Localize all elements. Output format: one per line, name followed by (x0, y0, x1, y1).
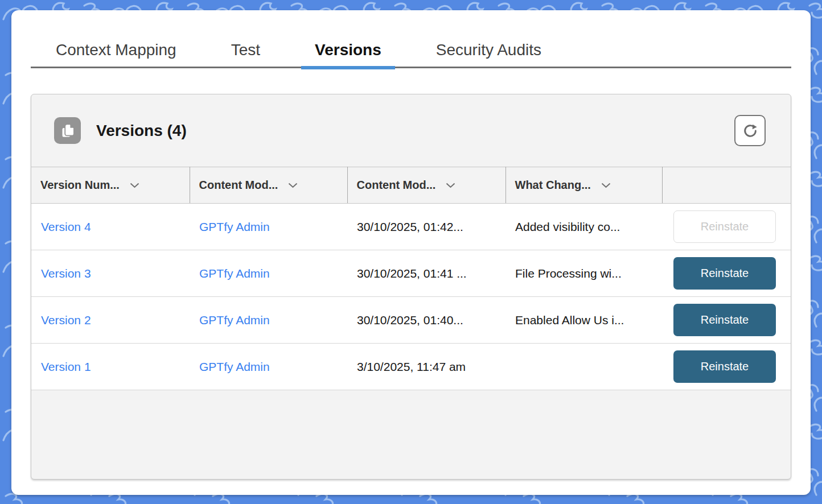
modified-by-link[interactable]: GPTfy Admin (199, 267, 270, 280)
modified-date-cell: 3/10/2025, 11:47 am (347, 344, 505, 390)
chevron-down-icon[interactable] (446, 183, 455, 188)
document-copy-icon (54, 117, 81, 144)
what-changed-cell: File Processing wi... (505, 250, 662, 297)
versions-panel: Versions (4) Version Num... (31, 94, 791, 480)
table-row: Version 2 GPTfy Admin 30/10/2025, 01:40.… (31, 297, 791, 344)
refresh-button[interactable] (734, 115, 766, 146)
reinstate-button[interactable]: Reinstate (673, 350, 776, 383)
refresh-icon (742, 123, 758, 139)
modified-date-cell: 30/10/2025, 01:40... (347, 297, 505, 344)
reinstate-button[interactable]: Reinstate (673, 210, 776, 243)
version-link[interactable]: Version 4 (41, 220, 91, 233)
table-header-row: Version Num... Content Mod... Content Mo… (31, 167, 791, 204)
modified-by-link[interactable]: GPTfy Admin (199, 360, 270, 373)
tab-bar: Context Mapping Test Versions Security A… (31, 33, 791, 68)
table-row: Version 1 GPTfy Admin 3/10/2025, 11:47 a… (31, 344, 791, 390)
tab-context-mapping[interactable]: Context Mapping (42, 32, 190, 68)
column-header-content-modified-by[interactable]: Content Mod... (190, 167, 347, 204)
modified-by-link[interactable]: GPTfy Admin (199, 313, 270, 327)
version-link[interactable]: Version 2 (41, 313, 91, 327)
chevron-down-icon[interactable] (130, 183, 139, 188)
panel-title: Versions (4) (96, 122, 187, 140)
what-changed-cell: Added visibility co... (505, 204, 662, 250)
version-link[interactable]: Version 1 (41, 360, 91, 373)
table-row: Version 4 GPTfy Admin 30/10/2025, 01:42.… (31, 204, 791, 250)
tab-security-audits[interactable]: Security Audits (422, 32, 555, 68)
tab-test[interactable]: Test (217, 32, 274, 68)
chevron-down-icon[interactable] (601, 183, 611, 188)
table-row: Version 3 GPTfy Admin 30/10/2025, 01:41 … (31, 250, 791, 297)
what-changed-cell: Enabled Allow Us i... (505, 297, 662, 344)
chevron-down-icon[interactable] (288, 183, 298, 188)
column-label: What Chang... (515, 179, 591, 192)
modified-by-link[interactable]: GPTfy Admin (199, 220, 270, 233)
modified-date-cell: 30/10/2025, 01:42... (347, 204, 505, 250)
version-link[interactable]: Version 3 (41, 267, 91, 280)
modified-date-cell: 30/10/2025, 01:41 ... (347, 250, 505, 297)
versions-table: Version Num... Content Mod... Content Mo… (31, 167, 791, 390)
column-header-content-modified-date[interactable]: Content Mod... (347, 167, 505, 204)
column-label: Content Mod... (199, 179, 278, 192)
reinstate-button[interactable]: Reinstate (673, 304, 776, 336)
column-label: Content Mod... (357, 179, 436, 192)
column-header-version-number[interactable]: Version Num... (31, 167, 190, 204)
column-header-what-changed[interactable]: What Chang... (505, 167, 662, 204)
reinstate-button[interactable]: Reinstate (673, 257, 776, 290)
column-header-actions (662, 167, 791, 204)
versions-panel-header: Versions (4) (31, 94, 791, 167)
what-changed-cell (505, 344, 662, 390)
column-label: Version Num... (40, 179, 120, 192)
tab-versions[interactable]: Versions (301, 32, 395, 68)
main-card: Context Mapping Test Versions Security A… (11, 10, 811, 495)
